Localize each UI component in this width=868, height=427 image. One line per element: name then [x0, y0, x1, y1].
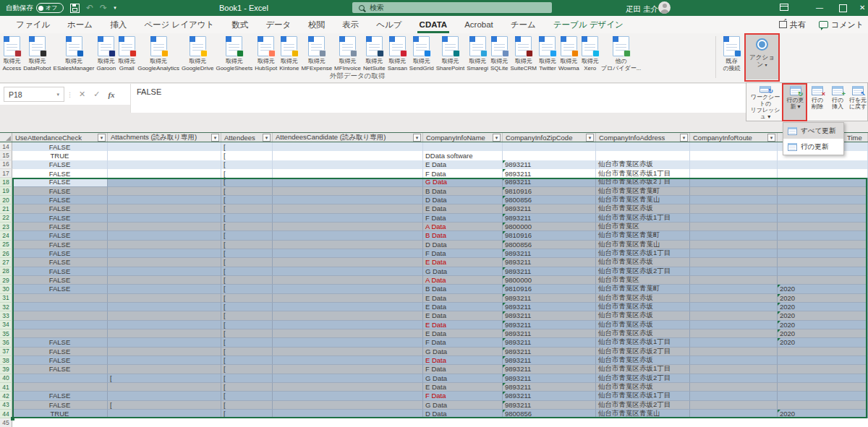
cell-cand[interactable] — [273, 142, 423, 151]
cell-route[interactable] — [690, 365, 778, 374]
cell-name[interactable]: B Data — [423, 187, 503, 196]
cell-cand[interactable] — [273, 418, 423, 427]
cell-zip[interactable]: 9893211 — [503, 267, 596, 276]
ribbon-button-GoogleAnalytics[interactable]: 取得元GoogleAnalytics — [137, 35, 181, 73]
existing-connections-button[interactable]: 既存 の接続 — [718, 35, 746, 73]
cell-time[interactable] — [778, 374, 868, 383]
row-number[interactable]: 21 — [0, 204, 12, 213]
cell-name[interactable]: E Data — [423, 321, 503, 329]
ribbon-button-MFInvoice[interactable]: 取得元MFInvoice — [333, 35, 362, 73]
ribbon-button-SQLite[interactable]: 取得元SQLite — [490, 35, 509, 73]
cell-zip[interactable]: 9893211 — [503, 214, 596, 223]
cell-chk[interactable] — [12, 294, 108, 303]
cell-atd[interactable]: [ — [221, 196, 273, 204]
cell-zip[interactable]: 9810916 — [503, 285, 596, 293]
minimize-button[interactable]: — — [816, 3, 823, 12]
cell-att[interactable] — [108, 267, 221, 276]
row-number[interactable]: 34 — [0, 321, 12, 329]
ribbon-button-Gmail[interactable]: 取得元Gmail — [117, 35, 137, 73]
cell-att[interactable] — [108, 294, 221, 303]
cell-time[interactable]: 2020 — [778, 285, 868, 293]
ribbon-display-options-icon[interactable] — [780, 4, 788, 11]
cell-time[interactable] — [778, 241, 868, 249]
cell-time[interactable]: 2020 — [778, 329, 868, 338]
cell-chk[interactable]: FALSE — [12, 338, 108, 347]
cell-chk[interactable] — [12, 329, 108, 338]
cell-cand[interactable] — [273, 321, 423, 329]
cell-time[interactable] — [778, 231, 868, 240]
cell-chk[interactable]: FALSE — [12, 231, 108, 240]
cell-cand[interactable] — [273, 241, 423, 249]
column-header-cand[interactable]: AttendeesCandidate (読み取り専用)▾ — [273, 133, 423, 142]
cell-route[interactable] — [690, 258, 778, 267]
cell-name[interactable]: E Data — [423, 383, 503, 392]
maximize-button[interactable] — [839, 4, 847, 12]
cell-atd[interactable]: [ — [221, 231, 273, 240]
cell-addr[interactable]: 仙台市青葉区赤坂 — [596, 311, 690, 320]
cell-att[interactable] — [108, 383, 221, 392]
cell-addr[interactable]: 仙台市青葉区赤坂2丁目 — [596, 401, 690, 410]
cell-atd[interactable]: [ — [221, 356, 273, 365]
cell-time[interactable] — [778, 258, 868, 267]
menu-item-行の削除[interactable]: ×行の削除 — [807, 84, 827, 120]
row-number[interactable]: 43 — [0, 401, 12, 410]
ribbon-button-DataRobot[interactable]: 取得元DataRobot — [22, 35, 52, 73]
cell-zip[interactable] — [503, 418, 596, 427]
row-number[interactable]: 29 — [0, 276, 12, 285]
cell-time[interactable] — [778, 160, 868, 169]
cell-cand[interactable] — [273, 294, 423, 303]
row-number[interactable]: 42 — [0, 392, 12, 400]
cell-time[interactable]: 2020 — [778, 410, 868, 418]
cell-time[interactable]: 2020 — [778, 338, 868, 347]
cell-route[interactable] — [690, 249, 778, 258]
column-header-route[interactable]: CompanyInfoRoute▾ — [690, 133, 778, 142]
cell-cand[interactable] — [273, 356, 423, 365]
cell-name[interactable]: E Data — [423, 204, 503, 213]
cell-chk[interactable] — [12, 374, 108, 383]
cell-cand[interactable] — [273, 204, 423, 213]
cell-time[interactable] — [778, 214, 868, 223]
cell-att[interactable] — [108, 392, 221, 400]
cell-chk[interactable]: FALSE — [12, 178, 108, 186]
cell-cand[interactable] — [273, 410, 423, 418]
cell-route[interactable] — [690, 294, 778, 303]
cell-addr[interactable]: 仙台市青葉区赤坂 — [596, 383, 690, 392]
cell-route[interactable] — [690, 303, 778, 311]
cell-addr[interactable]: 仙台市青葉区赤坂1丁目 — [596, 392, 690, 400]
enter-icon[interactable]: ✓ — [93, 90, 100, 99]
cell-att[interactable] — [108, 187, 221, 196]
cell-time[interactable] — [778, 383, 868, 392]
cell-att[interactable] — [108, 258, 221, 267]
row-number[interactable]: 30 — [0, 285, 12, 293]
cell-time[interactable] — [778, 276, 868, 285]
menu-item-行を元に戻す[interactable]: ↖行を元に戻す — [848, 84, 868, 120]
tab-校閲[interactable]: 校閲 — [299, 16, 333, 33]
cell-time[interactable] — [778, 356, 868, 365]
cell-cand[interactable] — [273, 311, 423, 320]
cell-addr[interactable]: 仙台市青葉区赤坂 — [596, 321, 690, 329]
cell-zip[interactable]: 9893211 — [503, 178, 596, 186]
cell-addr[interactable]: 仙台市青葉区赤坂1丁目 — [596, 169, 690, 178]
cell-att[interactable] — [108, 142, 221, 151]
cell-atd[interactable]: [ — [221, 249, 273, 258]
cell-atd[interactable]: [ — [221, 151, 273, 160]
cell-addr[interactable]: 仙台市青葉区青葉町 — [596, 187, 690, 196]
cell-atd[interactable]: [ — [221, 169, 273, 178]
ribbon-button-Wowma[interactable]: 取得元Wowma — [557, 35, 580, 73]
cell-name[interactable]: F Data — [423, 214, 503, 223]
cell-atd[interactable]: [ — [221, 258, 273, 267]
cell-zip[interactable]: 9893211 — [503, 392, 596, 400]
cell-chk[interactable]: FALSE — [12, 258, 108, 267]
cell-name[interactable]: G Data — [423, 178, 503, 186]
cell-name[interactable]: E Data — [423, 258, 503, 267]
cell-time[interactable] — [778, 401, 868, 410]
row-number[interactable]: 15 — [0, 151, 12, 160]
cell-zip[interactable]: 9893211 — [503, 169, 596, 178]
cell-atd[interactable]: [ — [221, 160, 273, 169]
cell-cand[interactable] — [273, 401, 423, 410]
tab-Acrobat[interactable]: Acrobat — [456, 16, 502, 33]
cell-atd[interactable]: [ — [221, 401, 273, 410]
row-number[interactable]: 41 — [0, 383, 12, 392]
user-name[interactable]: 疋田 圭介 — [626, 4, 658, 14]
cell-addr[interactable]: 仙台市青葉区赤坂1丁目 — [596, 338, 690, 347]
